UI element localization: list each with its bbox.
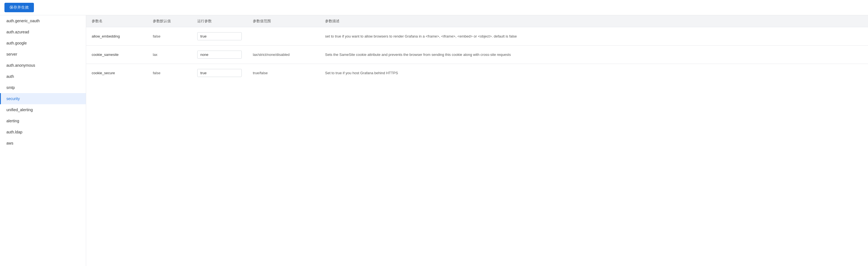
param-range-2: true/false — [253, 71, 325, 75]
param-input-0[interactable] — [197, 32, 242, 40]
top-bar: 保存并生效 — [0, 0, 868, 15]
sidebar-item-auth-google[interactable]: auth.google — [0, 37, 86, 49]
table-body: allow_embeddingfalseset to true if you w… — [86, 27, 868, 82]
col-param-desc: 参数描述 — [325, 19, 863, 24]
table-row: cookie_securefalsetrue/falseSet to true … — [86, 64, 868, 82]
sidebar-item-aws[interactable]: aws — [0, 138, 86, 149]
sidebar-item-unified-alerting[interactable]: unified_alerting — [0, 104, 86, 115]
col-param-range: 参数值范围 — [253, 19, 325, 24]
param-default-2: false — [153, 71, 197, 75]
param-input-col-0 — [197, 32, 253, 40]
sidebar-item-server[interactable]: server — [0, 49, 86, 60]
sidebar-item-security[interactable]: security — [0, 93, 86, 104]
sidebar-item-alerting[interactable]: alerting — [0, 115, 86, 126]
main-layout: auth.generic_oauthauth.azureadauth.googl… — [0, 15, 868, 266]
param-input-1[interactable] — [197, 51, 242, 59]
sidebar-item-auth-anonymous[interactable]: auth.anonymous — [0, 60, 86, 71]
param-range-1: lax/strict/none/disabled — [253, 53, 325, 57]
col-param-default: 参数默认值 — [153, 19, 197, 24]
main-content: 参数名 参数默认值 运行参数 参数值范围 参数描述 allow_embeddin… — [86, 15, 868, 266]
param-name-1: cookie_samesite — [92, 53, 153, 57]
sidebar-item-auth-azuread[interactable]: auth.azuread — [0, 26, 86, 37]
sidebar-item-auth[interactable]: auth — [0, 71, 86, 82]
col-param-name: 参数名 — [92, 19, 153, 24]
param-input-col-2 — [197, 69, 253, 77]
param-desc-2: Set to true if you host Grafana behind H… — [325, 70, 863, 76]
param-input-2[interactable] — [197, 69, 242, 77]
sidebar: auth.generic_oauthauth.azureadauth.googl… — [0, 15, 86, 266]
sidebar-item-auth-generic-oauth[interactable]: auth.generic_oauth — [0, 15, 86, 26]
param-default-0: false — [153, 34, 197, 38]
param-desc-0: set to true if you want to allow browser… — [325, 34, 863, 39]
param-desc-1: Sets the SameSite cookie attribute and p… — [325, 52, 863, 58]
sidebar-item-auth-ldap[interactable]: auth.ldap — [0, 126, 86, 138]
save-button[interactable]: 保存并生效 — [4, 3, 34, 12]
params-table: 参数名 参数默认值 运行参数 参数值范围 参数描述 allow_embeddin… — [86, 15, 868, 82]
col-param-runtime: 运行参数 — [197, 19, 253, 24]
param-input-col-1 — [197, 51, 253, 59]
param-name-0: allow_embedding — [92, 34, 153, 38]
param-default-1: lax — [153, 53, 197, 57]
table-header: 参数名 参数默认值 运行参数 参数值范围 参数描述 — [86, 15, 868, 27]
table-row: allow_embeddingfalseset to true if you w… — [86, 27, 868, 46]
sidebar-item-smtp[interactable]: smtp — [0, 82, 86, 93]
param-name-2: cookie_secure — [92, 71, 153, 75]
table-row: cookie_samesitelaxlax/strict/none/disabl… — [86, 46, 868, 64]
